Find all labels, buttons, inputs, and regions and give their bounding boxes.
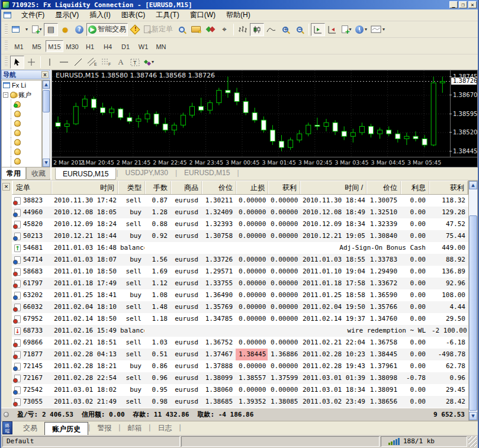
table-row[interactable]: 679522011.02.14 18:50sell1.18eurusd1.347… [12, 313, 468, 325]
profiles-button[interactable]: ▾ [30, 23, 44, 36]
text-button[interactable]: A [114, 56, 128, 69]
column-header-11[interactable]: 获利 [429, 181, 468, 194]
history-scrollbar[interactable]: ▲ ▼ [468, 181, 478, 421]
table-row[interactable]: 617972011.01.18 17:49sell1.12eurusd1.337… [12, 278, 468, 289]
timeframe-m1[interactable]: M1 [10, 40, 28, 52]
menu-item-3[interactable]: 图表(C) [116, 9, 151, 21]
favorites-button[interactable] [189, 23, 203, 36]
menu-item-5[interactable]: 窗口(W) [185, 9, 221, 21]
menu-item-0[interactable]: 文件(F) [16, 9, 50, 21]
terminal-tab-3[interactable]: 邮箱 [120, 421, 149, 435]
channel-button[interactable]: E [85, 56, 99, 69]
column-header-5[interactable]: 价位 [202, 181, 236, 194]
new-order-button[interactable]: 新定单 [142, 23, 175, 36]
nav-account-item[interactable] [2, 109, 41, 118]
timeframe-m5[interactable]: M5 [28, 40, 46, 52]
price-scale[interactable]: 1.387451.386701.385951.385201.384451.387… [450, 70, 477, 157]
candlestick-button[interactable] [250, 23, 264, 36]
table-row[interactable]: 698662011.02.21 18:51sell1.03eurusd1.367… [12, 337, 468, 349]
profile-panel[interactable]: Default [2, 436, 180, 447]
timeframe-m15[interactable]: M15 [46, 40, 63, 52]
text-label-button[interactable]: T [128, 56, 142, 69]
market-watch-button[interactable]: ▤ [44, 23, 58, 36]
timeframe-h1[interactable]: H1 [81, 40, 99, 52]
hline-button[interactable] [57, 56, 71, 69]
line-chart-button[interactable] [264, 23, 278, 36]
expert-advisors-button[interactable]: ▶智能交易 [86, 23, 128, 36]
chart-area[interactable]: EURUSD,M15 1.38580 1.38746 1.38568 1.387… [52, 70, 478, 167]
table-row[interactable]: 721672011.02.28 22:54sell0.96eurusd1.380… [12, 372, 468, 384]
new-chart-button[interactable]: ▾ [10, 23, 30, 36]
terminal-tab-2[interactable]: 警报 [90, 421, 118, 435]
nav-account-item[interactable] [2, 128, 41, 137]
column-header-9[interactable]: 价位 [367, 181, 401, 194]
column-header-0[interactable]: 定单 [12, 181, 52, 194]
trendline-button[interactable] [71, 56, 85, 69]
auto-scroll-button[interactable] [311, 23, 325, 36]
scroll-up-icon[interactable]: ▲ [43, 80, 50, 89]
table-row[interactable]: 449602010.12.08 18:05buy1.28eurusd1.3240… [12, 207, 468, 218]
data-window-button[interactable] [203, 23, 217, 36]
vline-button[interactable] [43, 56, 57, 69]
collapse-icon[interactable]: − [3, 92, 8, 98]
fibonacci-button[interactable]: F [99, 56, 114, 69]
table-row[interactable]: ↓687332011.02.16 15:49balancewire redemp… [12, 325, 468, 337]
bar-chart-button[interactable] [236, 23, 250, 36]
table-row[interactable]: 502132010.12.21 18:44buy0.92eurusd1.3075… [12, 230, 468, 242]
chart-tab-0[interactable]: EURUSD,M15 [55, 167, 116, 180]
scrollbar-thumb[interactable] [469, 215, 477, 411]
menu-item-2[interactable]: 插入(I) [84, 9, 115, 21]
nav-tab-收藏[interactable]: 收藏 [26, 167, 51, 180]
terminal-tab-0[interactable]: 交易 [16, 421, 44, 435]
terminal-tab-4[interactable]: 日志 [150, 421, 179, 435]
navigator-close-icon[interactable]: x [41, 71, 49, 78]
table-row[interactable]: 660322011.02.04 18:10sell1.48eurusd1.357… [12, 301, 468, 313]
nav-account-item[interactable] [2, 147, 41, 156]
time-scale[interactable]: 2 Mar 20112 Mar 20:452 Mar 21:452 Mar 22… [52, 157, 477, 167]
navigator-scrollbar[interactable]: ▲ ▼ [42, 80, 50, 167]
table-row[interactable]: 725422011.03.01 18:02buy0.95eurusd1.3806… [12, 384, 468, 396]
column-header-1[interactable]: 时间 [52, 181, 118, 194]
nav-accounts-group[interactable]: −账户 [2, 90, 41, 99]
table-row[interactable]: 730552011.03.02 21:49sell0.98eurusd1.386… [12, 396, 468, 408]
nav-tab-常用[interactable]: 常用 [1, 167, 26, 180]
arrows-button[interactable]: ▾ [142, 56, 156, 69]
nav-account-item[interactable] [2, 156, 41, 166]
timeframe-d1[interactable]: D1 [117, 40, 134, 52]
nav-root-item[interactable]: Fx Li [2, 80, 41, 90]
nav-account-item[interactable] [2, 137, 41, 147]
chart-tab-2[interactable]: EURUSD,M15 [177, 167, 237, 178]
minimize-button[interactable]: _ [449, 1, 458, 8]
zoom-out-button[interactable]: − [292, 23, 307, 36]
timeframe-m30[interactable]: M30 [63, 40, 81, 52]
timeframe-h4[interactable]: H4 [99, 40, 117, 52]
nav-account-item[interactable] [2, 99, 41, 109]
toolbar-grip[interactable] [5, 24, 8, 35]
scroll-up-icon[interactable]: ▲ [469, 181, 477, 189]
resize-grip[interactable] [468, 436, 477, 447]
toolbar-grip[interactable] [5, 57, 8, 67]
column-header-7[interactable]: 获利 [268, 181, 300, 194]
column-header-6[interactable]: 止损 [236, 181, 268, 194]
table-row[interactable]: 458202010.12.09 18:24sell0.88eurusd1.323… [12, 218, 468, 230]
column-header-3[interactable]: 手数 [145, 181, 171, 194]
nav-account-item[interactable] [2, 118, 41, 128]
maximize-button[interactable]: ❐ [459, 1, 467, 8]
cursor-button[interactable] [10, 56, 24, 69]
timeframe-mn[interactable]: MN [152, 40, 170, 52]
menu-item-6[interactable]: 帮助(H) [221, 9, 256, 21]
column-header-4[interactable]: 商品 [171, 181, 202, 194]
table-row[interactable]: 718772011.02.28 04:13sell0.51eurusd1.374… [12, 349, 468, 360]
timeframe-w1[interactable]: W1 [134, 40, 152, 52]
column-header-8[interactable]: 时间 / [300, 181, 367, 194]
help-button[interactable]: ? [72, 23, 86, 36]
table-row[interactable]: 547142011.01.03 18:07buy1.56eurusd1.3372… [12, 254, 468, 266]
table-row[interactable]: 721452011.02.28 18:21buy0.86eurusd1.3788… [12, 360, 468, 372]
chart-shift-button[interactable] [325, 23, 339, 36]
crosshair-tool-button[interactable] [24, 56, 38, 69]
table-row[interactable]: 388232010.11.30 17:42sell0.87eurusd1.302… [12, 195, 468, 207]
templates-button[interactable]: ▾ [369, 23, 387, 36]
menu-item-1[interactable]: 显示(V) [50, 9, 84, 21]
periods-button[interactable]: ▾ [353, 23, 369, 36]
table-row[interactable]: 586832011.01.10 18:50sell1.69eurusd1.295… [12, 266, 468, 278]
